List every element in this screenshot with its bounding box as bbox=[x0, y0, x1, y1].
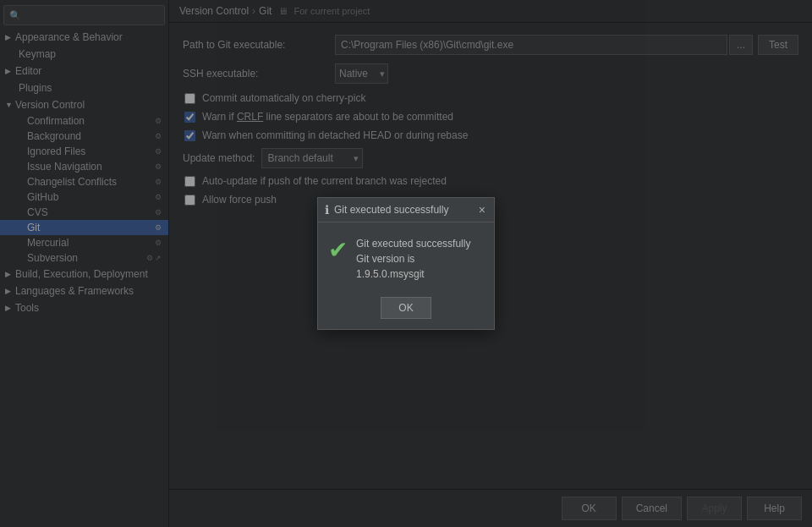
modal-close-button[interactable]: × bbox=[477, 204, 487, 216]
success-icon: ✔ bbox=[328, 236, 348, 264]
modal-title-icon: ℹ bbox=[325, 203, 329, 217]
modal-title-label: Git executed successfully bbox=[334, 204, 448, 216]
modal-title-text: ℹ Git executed successfully bbox=[325, 203, 448, 217]
modal-title-bar: ℹ Git executed successfully × bbox=[318, 198, 494, 222]
modal-overlay[interactable]: ℹ Git executed successfully × ✔ Git exec… bbox=[0, 0, 812, 527]
modal-footer: OK bbox=[318, 292, 494, 329]
git-success-modal: ℹ Git executed successfully × ✔ Git exec… bbox=[317, 197, 495, 330]
modal-body: ✔ Git executed successfully Git version … bbox=[318, 222, 494, 292]
modal-line2: Git version is 1.9.5.0.msysgit bbox=[356, 251, 484, 282]
modal-line1: Git executed successfully bbox=[356, 236, 484, 251]
modal-body-text: Git executed successfully Git version is… bbox=[356, 236, 484, 282]
modal-ok-button[interactable]: OK bbox=[381, 297, 431, 319]
